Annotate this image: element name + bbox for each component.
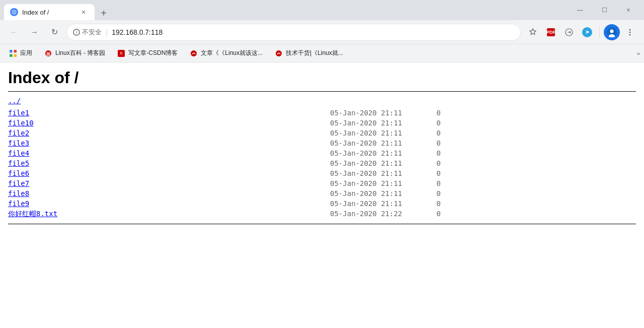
minimize-button[interactable]: — bbox=[569, 2, 592, 18]
file-row: file705-Jan-2020 21:110 bbox=[8, 178, 636, 188]
back-button[interactable]: ← bbox=[6, 24, 22, 40]
bookmark-linux-baike-label: Linux百科 - 博客园 bbox=[55, 49, 105, 57]
menu-button[interactable] bbox=[622, 24, 638, 40]
tab-area: Index of / × + bbox=[4, 0, 569, 20]
file-date: 05-Jan-2020 21:11 bbox=[330, 109, 411, 117]
page-title: Index of / bbox=[8, 69, 636, 87]
bookmark-apps[interactable]: 应用 bbox=[4, 47, 37, 59]
share-button[interactable] bbox=[561, 24, 577, 40]
svg-point-7 bbox=[629, 29, 631, 30]
file-size: 0 bbox=[411, 210, 441, 218]
svg-rect-13 bbox=[14, 54, 17, 57]
parent-directory-link[interactable]: ../ bbox=[8, 97, 109, 105]
tab-title: Index of / bbox=[22, 9, 74, 16]
reload-button[interactable]: ↻ bbox=[46, 24, 62, 40]
url-text: 192.168.0.7:118 bbox=[112, 28, 514, 36]
profile-avatar[interactable] bbox=[604, 24, 620, 40]
file-link[interactable]: file5 bbox=[8, 159, 159, 167]
file-link[interactable]: file9 bbox=[8, 200, 159, 208]
bookmark-csdn-label: 写文章-CSDN博客 bbox=[128, 49, 178, 57]
file-date: 05-Jan-2020 21:11 bbox=[330, 119, 411, 127]
file-row: file805-Jan-2020 21:110 bbox=[8, 188, 636, 199]
file-link[interactable]: file2 bbox=[8, 129, 159, 137]
file-size: 0 bbox=[411, 119, 441, 127]
file-date: 05-Jan-2020 21:11 bbox=[330, 149, 411, 157]
bookmark-star-button[interactable] bbox=[525, 24, 541, 40]
url-separator: | bbox=[106, 28, 108, 37]
tab-favicon bbox=[10, 8, 18, 16]
file-list: ../ bbox=[8, 96, 636, 108]
svg-point-8 bbox=[629, 31, 631, 33]
file-size: 0 bbox=[411, 139, 441, 147]
svg-text:!: ! bbox=[76, 30, 77, 35]
svg-rect-12 bbox=[10, 54, 13, 57]
file-link[interactable]: file1 bbox=[8, 109, 159, 117]
forward-button[interactable]: → bbox=[26, 24, 42, 40]
file-link[interactable]: file7 bbox=[8, 179, 159, 187]
bookmark-linux-baike[interactable]: 园 Linux百科 - 博客园 bbox=[39, 47, 110, 59]
parent-directory-row: ../ bbox=[8, 96, 636, 108]
file-row: file905-Jan-2020 21:110 bbox=[8, 199, 636, 209]
file-link[interactable]: 你好红帽8.txt bbox=[8, 210, 159, 219]
bookmark-csdn[interactable]: C 写文章-CSDN博客 bbox=[112, 47, 183, 59]
bookmark-article2[interactable]: 技术干货|《Linux就... bbox=[270, 47, 348, 59]
new-tab-button[interactable]: + bbox=[97, 6, 111, 20]
file-size: 0 bbox=[411, 149, 441, 157]
telegram-button[interactable]: ➤ bbox=[579, 24, 595, 40]
bottom-divider bbox=[8, 224, 636, 224]
bookmarks-bar: 应用 园 Linux百科 - 博客园 C 写文章-CSDN博客 文章《《Linu… bbox=[0, 44, 644, 62]
redhat2-icon bbox=[275, 49, 283, 57]
svg-rect-11 bbox=[14, 50, 17, 53]
file-row: file605-Jan-2020 21:110 bbox=[8, 168, 636, 178]
pdf-button[interactable]: PDF bbox=[543, 24, 559, 40]
file-link[interactable]: file4 bbox=[8, 149, 159, 157]
file-link[interactable]: file3 bbox=[8, 139, 159, 147]
file-date: 05-Jan-2020 21:11 bbox=[330, 129, 411, 137]
redhat1-icon bbox=[190, 49, 198, 57]
file-date: 05-Jan-2020 21:11 bbox=[330, 189, 411, 198]
close-button[interactable]: × bbox=[617, 2, 640, 18]
bookmark-apps-label: 应用 bbox=[20, 49, 32, 57]
file-row: file1005-Jan-2020 21:110 bbox=[8, 118, 636, 128]
active-tab[interactable]: Index of / × bbox=[4, 4, 95, 20]
file-row: file405-Jan-2020 21:110 bbox=[8, 148, 636, 158]
apps-grid-icon bbox=[9, 49, 17, 57]
bookmarks-overflow-button[interactable]: » bbox=[637, 50, 640, 56]
file-link[interactable]: file10 bbox=[8, 119, 159, 127]
file-size: 0 bbox=[411, 179, 441, 187]
file-size: 0 bbox=[411, 109, 441, 117]
file-date: 05-Jan-2020 21:22 bbox=[330, 210, 411, 218]
security-indicator: ! 不安全 bbox=[73, 28, 102, 37]
maximize-button[interactable]: ☐ bbox=[593, 2, 616, 18]
addressbar: ← → ↻ ! 不安全 | 192.168.0.7:118 PDF bbox=[0, 20, 644, 44]
bookmark-article2-label: 技术干货|《Linux就... bbox=[286, 49, 343, 57]
page-content: Index of / ../ file105-Jan-2020 21:110fi… bbox=[0, 62, 644, 230]
file-link[interactable]: file6 bbox=[8, 169, 159, 177]
file-size: 0 bbox=[411, 189, 441, 198]
tab-close-button[interactable]: × bbox=[78, 7, 89, 17]
svg-rect-10 bbox=[10, 50, 13, 53]
file-date: 05-Jan-2020 21:11 bbox=[330, 169, 411, 177]
security-text: 不安全 bbox=[82, 28, 102, 37]
file-row: file205-Jan-2020 21:110 bbox=[8, 128, 636, 138]
file-date: 05-Jan-2020 21:11 bbox=[330, 159, 411, 167]
file-size: 0 bbox=[411, 169, 441, 177]
file-date: 05-Jan-2020 21:11 bbox=[330, 200, 411, 208]
file-date: 05-Jan-2020 21:11 bbox=[330, 139, 411, 147]
url-bar[interactable]: ! 不安全 | 192.168.0.7:118 bbox=[66, 24, 521, 41]
file-row: 你好红帽8.txt05-Jan-2020 21:220 bbox=[8, 209, 636, 220]
file-row: file105-Jan-2020 21:110 bbox=[8, 108, 636, 118]
file-date: 05-Jan-2020 21:11 bbox=[330, 179, 411, 187]
svg-point-9 bbox=[629, 34, 631, 35]
file-link[interactable]: file8 bbox=[8, 189, 159, 198]
file-size: 0 bbox=[411, 200, 441, 208]
pdf-icon: PDF bbox=[547, 28, 555, 36]
bookmark-article1[interactable]: 文章《《Linux就该这... bbox=[185, 47, 268, 59]
toolbar-icons: PDF ➤ bbox=[525, 24, 638, 40]
svg-point-5 bbox=[610, 29, 614, 33]
page-divider bbox=[8, 91, 636, 92]
window-controls: — ☐ × bbox=[569, 2, 640, 18]
toolbar-divider bbox=[599, 26, 600, 38]
telegram-icon: ➤ bbox=[582, 27, 592, 37]
file-rows: file105-Jan-2020 21:110file1005-Jan-2020… bbox=[8, 108, 636, 220]
